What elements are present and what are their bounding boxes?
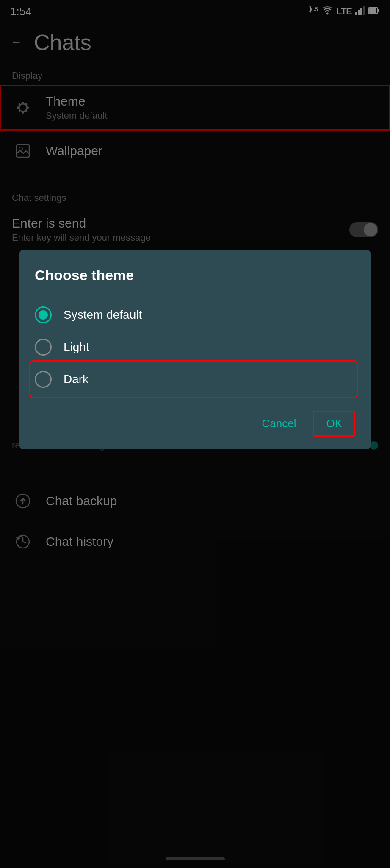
dialog-actions: Cancel OK	[35, 411, 355, 437]
radio-label-light: Light	[64, 340, 89, 354]
choose-theme-dialog: Choose theme System default Light Dark C…	[19, 250, 371, 449]
cancel-button[interactable]: Cancel	[255, 411, 303, 437]
radio-circle-light	[35, 339, 52, 356]
radio-label-dark: Dark	[64, 373, 89, 386]
ok-button[interactable]: OK	[313, 411, 355, 437]
dialog-title: Choose theme	[35, 267, 355, 284]
radio-dot-system-default	[39, 310, 48, 320]
radio-system-default[interactable]: System default	[35, 299, 355, 331]
radio-dark[interactable]: Dark	[32, 363, 355, 395]
radio-light[interactable]: Light	[35, 331, 355, 363]
radio-label-system-default: System default	[64, 308, 142, 322]
radio-circle-dark	[35, 371, 52, 388]
radio-circle-system-default	[35, 306, 52, 323]
